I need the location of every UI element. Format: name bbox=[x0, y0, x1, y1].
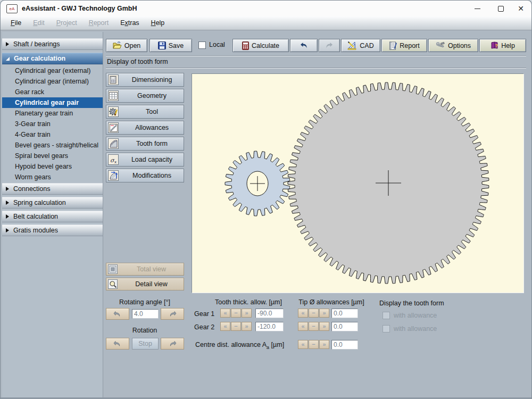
open-button[interactable]: Open bbox=[106, 39, 147, 52]
window-title: eAssistant - GWJ Technology GmbH bbox=[22, 1, 137, 16]
load-capacity-button[interactable]: σx Load capacity bbox=[106, 153, 184, 167]
with-allowance-checkbox-2 bbox=[383, 325, 390, 332]
sidebar-item-cylindrical-gear-external[interactable]: Cylindrical gear (external) bbox=[2, 65, 103, 76]
gear2-decrease-button[interactable]: − bbox=[231, 322, 241, 331]
total-view-button: Total view bbox=[106, 263, 184, 276]
gear1-decrease-button[interactable]: − bbox=[231, 309, 241, 318]
tool-button[interactable]: Tool bbox=[106, 105, 184, 119]
rotate-cw-button[interactable] bbox=[161, 308, 184, 320]
menu-report: Report bbox=[83, 16, 115, 30]
section-label: Spring calculation bbox=[13, 199, 66, 206]
menu-extras[interactable]: Extras bbox=[114, 16, 145, 30]
with-allowance-label-1: with allowance bbox=[394, 312, 437, 319]
calculate-button[interactable]: Calculate bbox=[232, 39, 289, 52]
sidebar-item-gear-rack[interactable]: Gear rack bbox=[2, 87, 103, 97]
options-button[interactable]: Options bbox=[428, 39, 478, 52]
help-book-icon: ? bbox=[491, 41, 498, 49]
centre-dist-decrease-fast-button[interactable]: « bbox=[298, 340, 308, 349]
help-button[interactable]: ? Help bbox=[479, 39, 526, 52]
local-checkbox[interactable] bbox=[198, 41, 206, 49]
save-button[interactable]: Save bbox=[149, 39, 192, 52]
cad-button[interactable]: CAD bbox=[341, 39, 380, 52]
tools-icon bbox=[436, 41, 445, 49]
with-allowance-checkbox-1 bbox=[383, 312, 390, 319]
sidebar-item-hypoid-bevel-gears[interactable]: Hypoid bevel gears bbox=[2, 161, 103, 172]
geometry-button[interactable]: Geometry bbox=[106, 89, 184, 103]
sidebar-section-shaft-bearings[interactable]: Shaft / bearings bbox=[2, 38, 103, 50]
rotate-cw-icon bbox=[168, 311, 177, 317]
section-label: Gear calculation bbox=[14, 55, 65, 62]
tool-gear-icon bbox=[108, 106, 119, 117]
sidebar-item-cylindrical-gear-internal[interactable]: Cylindrical gear (internal) bbox=[2, 76, 103, 87]
menu-file[interactable]: File bbox=[5, 16, 27, 30]
rotating-angle-label: Rotating angle [°] bbox=[106, 298, 184, 306]
tooth-form-canvas[interactable] bbox=[192, 73, 524, 293]
tip2-decrease-fast-button[interactable]: « bbox=[298, 322, 308, 331]
minimize-button[interactable] bbox=[468, 1, 486, 16]
sidebar-section-gear-calculation[interactable]: Gear calculation bbox=[2, 53, 103, 64]
detail-view-button[interactable]: Detail view bbox=[106, 278, 184, 290]
dimensioning-button[interactable]: Dimensioning bbox=[106, 73, 184, 87]
tip1-increase-fast-button[interactable]: » bbox=[319, 309, 329, 318]
menu-help[interactable]: Help bbox=[145, 16, 171, 30]
sidebar-section-spring-calculation[interactable]: Spring calculation bbox=[2, 197, 103, 209]
sidebar-item-4-gear-train[interactable]: 4-Gear train bbox=[2, 129, 103, 140]
cad-drawing-icon bbox=[347, 41, 357, 50]
svg-text:x: x bbox=[114, 159, 117, 164]
total-view-icon bbox=[108, 264, 118, 274]
rotation-ccw-button[interactable] bbox=[106, 338, 129, 350]
tooth-thick-heading: Tooth thick. allow. [µm] bbox=[211, 298, 286, 306]
redo-button bbox=[319, 39, 340, 52]
centre-dist-allowance-input[interactable] bbox=[331, 340, 358, 350]
sidebar: Shaft / bearings Gear calculation Cylind… bbox=[2, 32, 103, 398]
maximize-button[interactable] bbox=[492, 1, 510, 16]
local-checkbox-label: Local bbox=[209, 38, 225, 52]
sidebar-section-gratis-modules[interactable]: Gratis modules bbox=[2, 225, 103, 236]
chevron-right-icon bbox=[6, 228, 9, 232]
tip2-increase-fast-button[interactable]: » bbox=[319, 322, 329, 331]
gear1-allowance-input[interactable] bbox=[255, 309, 284, 318]
centre-dist-decrease-button[interactable]: − bbox=[309, 340, 319, 349]
allowances-button[interactable]: Allowances bbox=[106, 121, 184, 135]
sidebar-item-planetary-gear-train[interactable]: Planetary gear train bbox=[2, 108, 103, 119]
rotation-label: Rotation bbox=[106, 327, 184, 334]
modifications-button[interactable]: Modifications bbox=[106, 169, 184, 182]
sidebar-item-spiral-bevel-gears[interactable]: Spiral bevel gears bbox=[2, 151, 103, 161]
undo-button[interactable] bbox=[290, 39, 318, 52]
tip2-allowance-input[interactable] bbox=[331, 322, 358, 331]
tooth-form-button[interactable]: Tooth form bbox=[106, 137, 184, 151]
tip1-decrease-button[interactable]: − bbox=[309, 309, 319, 318]
sidebar-item-3-gear-train[interactable]: 3-Gear train bbox=[2, 119, 103, 129]
rotation-cw-button[interactable] bbox=[161, 338, 184, 350]
sidebar-item-cylindrical-gear-pair[interactable]: Cylindrical gear pair bbox=[2, 97, 103, 108]
close-button[interactable]: ✕ bbox=[512, 1, 530, 16]
chevron-right-icon bbox=[6, 187, 9, 191]
gear2-allowance-input[interactable] bbox=[255, 322, 284, 331]
geometry-grid-icon bbox=[108, 90, 119, 101]
centre-dist-increase-fast-button[interactable]: » bbox=[319, 340, 329, 349]
tip1-decrease-fast-button[interactable]: « bbox=[298, 309, 308, 318]
menu-project: Project bbox=[51, 16, 83, 30]
sidebar-item-bevel-gears[interactable]: Bevel gears - straight/helical bbox=[2, 140, 103, 151]
gear2-decrease-fast-button[interactable]: « bbox=[220, 322, 230, 331]
sidebar-section-connections[interactable]: Connections bbox=[2, 183, 103, 195]
titlebar: eA eAssistant - GWJ Technology GmbH ✕ bbox=[1, 1, 531, 17]
gear1-decrease-fast-button[interactable]: « bbox=[220, 309, 230, 318]
gear1-increase-fast-button[interactable]: » bbox=[242, 309, 252, 318]
sidebar-section-belt-calculation[interactable]: Belt calculation bbox=[2, 211, 103, 222]
menu-edit: Edit bbox=[27, 16, 51, 30]
app-icon: eA bbox=[6, 4, 18, 13]
tip2-decrease-button[interactable]: − bbox=[309, 322, 319, 331]
rotating-angle-input[interactable] bbox=[132, 309, 159, 319]
rotate-ccw-icon bbox=[113, 311, 122, 317]
page-title: Display of tooth form bbox=[107, 58, 168, 65]
sidebar-item-worm-gears[interactable]: Worm gears bbox=[2, 172, 103, 182]
tip1-allowance-input[interactable] bbox=[331, 309, 358, 318]
report-button[interactable]: Report bbox=[381, 39, 427, 52]
rotate-ccw-button[interactable] bbox=[106, 308, 129, 320]
redo-icon bbox=[325, 42, 334, 49]
load-capacity-sigma-icon: σx bbox=[108, 154, 119, 165]
divider bbox=[106, 55, 526, 56]
gear2-increase-fast-button[interactable]: » bbox=[242, 322, 252, 331]
chevron-right-icon bbox=[6, 42, 9, 46]
